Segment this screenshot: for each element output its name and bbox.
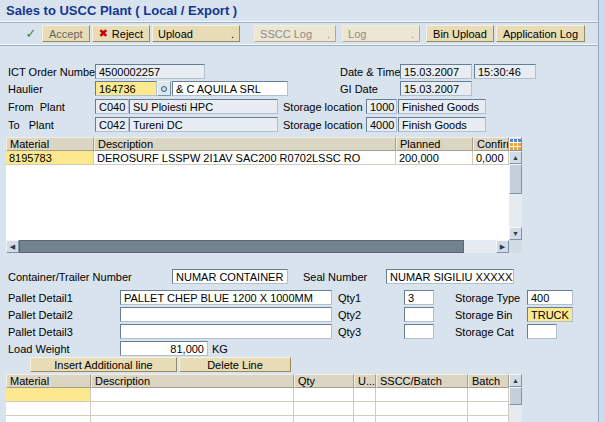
materials-table-header-row: Material Description Planned Confirme (6, 137, 509, 151)
sscc-table-row[interactable] (6, 402, 509, 416)
haulier-name-field[interactable]: & C AQUILA SRL (172, 81, 288, 96)
haulier-label: Haulier (8, 81, 43, 96)
sscc-table-row[interactable] (6, 416, 509, 422)
sscc-log-button: SSCC Log . (254, 25, 336, 42)
accept-button[interactable]: Accept (42, 25, 90, 42)
hscroll-thumb[interactable] (19, 240, 464, 253)
scroll-right-icon[interactable]: ▶ (496, 240, 509, 253)
log-label: Log (348, 28, 366, 40)
scroll-down-icon[interactable]: ▼ (509, 227, 522, 240)
haulier-code-field[interactable]: 164736 (95, 81, 157, 96)
materials-header-confirmed[interactable]: Confirme (473, 137, 509, 151)
materials-header-planned[interactable]: Planned (396, 137, 473, 151)
sscc-cell[interactable] (354, 402, 376, 416)
upload-button[interactable]: Upload . (152, 25, 240, 42)
to-storage-name-field: Finish Goods (398, 117, 486, 132)
to-plant-label: To Plant (8, 117, 54, 132)
pallet1-field[interactable]: PALLET CHEP BLUE 1200 X 1000MM (120, 290, 332, 305)
sscc-header-batch[interactable]: Batch (468, 374, 509, 388)
pallet1-label: Pallet Detail1 (8, 290, 73, 305)
hscroll-track (464, 240, 496, 253)
materials-vscrollbar: ▲ ▼ (509, 137, 522, 253)
table-settings-icon[interactable] (509, 137, 522, 151)
sscc-cell[interactable] (91, 388, 294, 402)
qty2-field[interactable] (404, 307, 434, 322)
sscc-cell[interactable] (376, 402, 468, 416)
sscc-cell[interactable] (294, 402, 354, 416)
scroll-left-icon[interactable]: ◀ (6, 240, 19, 253)
page-title: Sales to USCC Plant ( Local / Export ) (6, 3, 237, 18)
sscc-header-qty[interactable]: Qty (294, 374, 354, 388)
storage-type-label: Storage Type (455, 290, 520, 305)
qty3-field[interactable] (404, 324, 434, 339)
qty1-label: Qty1 (338, 290, 361, 305)
sscc-cell[interactable] (91, 416, 294, 422)
sscc-cell[interactable] (468, 388, 509, 402)
application-log-label: Application Log (503, 28, 578, 40)
pallet3-field[interactable] (120, 324, 332, 339)
materials-header-material[interactable]: Material (6, 137, 94, 151)
vscroll-thumb[interactable] (509, 164, 522, 194)
pallet2-field[interactable] (120, 307, 332, 322)
sscc-header-material[interactable]: Material (6, 374, 91, 388)
application-toolbar: ✓ Accept ✖ Reject Upload . SSCC Log . Lo… (24, 25, 585, 42)
sscc-log-suffix: . (327, 28, 330, 40)
storage-cat-label: Storage Cat (455, 324, 514, 339)
sscc-cell[interactable] (376, 388, 468, 402)
sscc-cell[interactable] (6, 388, 91, 402)
materials-table-row[interactable]: 8195783 DEROSURF LSSPW 2I1AV SAC200 R070… (6, 151, 509, 165)
to-plant-code-field: C042 (95, 117, 129, 132)
sscc-cell[interactable] (468, 402, 509, 416)
pallet3-label: Pallet Detail3 (8, 324, 73, 339)
log-suffix: . (411, 28, 414, 40)
matchcode-icon[interactable] (157, 81, 171, 96)
delete-line-button[interactable]: Delete Line (179, 357, 291, 372)
storage-type-field[interactable]: 400 (527, 290, 573, 305)
qty3-label: Qty3 (338, 324, 361, 339)
materials-cell-description[interactable]: DEROSURF LSSPW 2I1AV SAC200 R0702LSSC RO (94, 151, 396, 165)
materials-cell-material[interactable]: 8195783 (6, 151, 94, 165)
materials-cell-confirmed[interactable]: 0,000 (473, 151, 509, 165)
upload-label: Upload (158, 28, 193, 40)
materials-header-description[interactable]: Description (94, 137, 396, 151)
sscc-cell[interactable] (6, 402, 91, 416)
reject-x-icon: ✖ (99, 27, 108, 40)
status-check-icon: ✓ (24, 26, 38, 41)
container-field[interactable]: NUMAR CONTAINER XXXX (172, 269, 288, 284)
sscc-cell[interactable] (91, 402, 294, 416)
bin-upload-button[interactable]: Bin Upload (426, 25, 494, 42)
scroll-up-icon[interactable]: ▲ (509, 151, 522, 164)
sscc-table-row[interactable] (6, 388, 509, 402)
sscc-cell[interactable] (468, 416, 509, 422)
application-log-button[interactable]: Application Log (496, 25, 585, 42)
to-plant-name-field: Tureni DC (129, 117, 278, 132)
sscc-cell[interactable] (376, 416, 468, 422)
sscc-cell[interactable] (354, 416, 376, 422)
sscc-cell[interactable] (294, 416, 354, 422)
reject-button[interactable]: ✖ Reject (92, 25, 150, 42)
from-plant-label: From Plant (8, 99, 65, 114)
storage-bin-field[interactable]: TRUCK (527, 307, 573, 322)
pallet2-label: Pallet Detail2 (8, 307, 73, 322)
vscroll-thumb[interactable] (509, 387, 522, 405)
sscc-table-header-row: Material Description Qty U... SSCC/Batch… (6, 374, 509, 388)
storage-cat-field[interactable] (527, 324, 557, 339)
scroll-up-icon[interactable]: ▲ (509, 374, 522, 387)
delete-line-label: Delete Line (207, 359, 263, 371)
load-weight-field[interactable]: 81,000 (120, 341, 208, 356)
from-storage-code-field: 1000 (366, 99, 397, 114)
sscc-header-unit[interactable]: U... (354, 374, 376, 388)
reject-label: Reject (112, 28, 143, 40)
sscc-vscrollbar: ▲ (509, 374, 522, 422)
sscc-cell[interactable] (6, 416, 91, 422)
qty1-field[interactable]: 3 (404, 290, 434, 305)
sscc-cell[interactable] (294, 388, 354, 402)
insert-additional-line-button[interactable]: Insert Additional line (30, 357, 177, 372)
sscc-header-sscc-batch[interactable]: SSCC/Batch (376, 374, 468, 388)
sscc-cell[interactable] (354, 388, 376, 402)
materials-cell-planned[interactable]: 200,000 (396, 151, 473, 165)
materials-table: Material Description Planned Confirme 81… (6, 137, 522, 253)
seal-field[interactable]: NUMAR SIGILIU XXXXXX (386, 269, 514, 284)
sscc-header-description[interactable]: Description (91, 374, 294, 388)
date-time-label: Date & Time (340, 64, 401, 79)
